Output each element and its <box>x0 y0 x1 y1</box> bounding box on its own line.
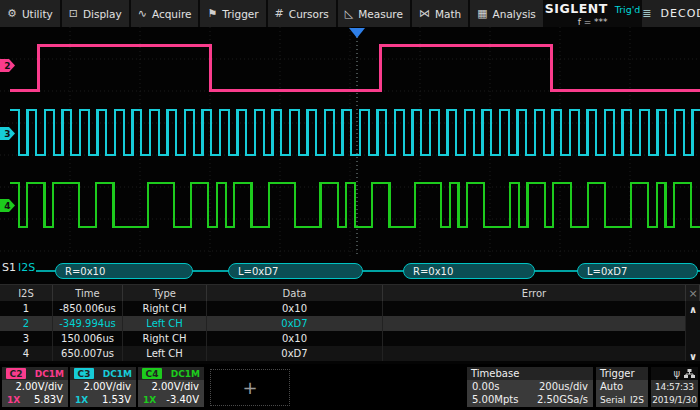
acquire-wave-icon: ∿ <box>138 8 147 19</box>
math-icon: ⋈ <box>419 8 430 19</box>
trigger-status-badge: Trig'd <box>615 4 641 15</box>
channel-coupling: DC1M <box>103 369 132 379</box>
c3-waveform <box>10 110 700 155</box>
menu-item-label: Utility <box>22 8 53 20</box>
decode-table: I2STimeTypeDataError1-850.006usRight CH0… <box>0 284 700 364</box>
menu-item-cursors[interactable]: #Cursors <box>268 0 336 27</box>
menu-item-acquire[interactable]: ∿Acquire <box>131 0 199 27</box>
clock-box: ψ 14:57:33 2019/1/30 <box>651 367 698 407</box>
system-time: 14:57:33 <box>651 380 698 393</box>
timebase-delay: 0.00s <box>472 381 499 392</box>
table-cell: 2 <box>0 316 53 331</box>
table-cell <box>383 346 686 361</box>
table-scroll-up-icon[interactable]: ∧ <box>686 302 700 316</box>
decode-bus-bubble: L=0xD7 <box>577 263 698 279</box>
channel-box-c3[interactable]: C3DC1M2.00V/div1X1.53V <box>70 367 136 407</box>
channel-badge-c2: C2 <box>6 368 26 379</box>
table-scroll-down-icon[interactable]: ∨ <box>686 349 700 363</box>
table-header-cell: I2S <box>0 285 53 301</box>
menu-item-utility[interactable]: ⚙Utility <box>0 0 60 27</box>
channel-probe: 1X <box>143 395 156 405</box>
menu-item-label: Cursors <box>289 8 329 20</box>
channel-coupling: DC1M <box>171 369 200 379</box>
menu-item-label: Trigger <box>222 8 258 20</box>
decode-bus-bubble: R=0x10 <box>403 263 535 279</box>
channel-badge-c3: C3 <box>74 368 94 379</box>
lan-icon <box>684 369 695 379</box>
measure-icon: ◺ <box>345 8 353 19</box>
timebase-memory-depth: 5.00Mpts <box>472 394 518 405</box>
menu-item-math[interactable]: ⋈Math <box>412 0 468 27</box>
gear-icon: ⚙ <box>7 8 17 19</box>
trigger-position-marker[interactable] <box>349 28 365 38</box>
trigger-type: Serial <box>600 395 625 405</box>
table-cell: Left CH <box>123 316 207 331</box>
table-cell: 4 <box>0 346 53 361</box>
brand-logo: SIGLENT <box>545 1 608 16</box>
usb-icon: ψ <box>673 369 680 379</box>
trigger-box[interactable]: Trigger Auto Serial I2S <box>596 367 648 407</box>
display-icon: ⊡ <box>69 8 78 19</box>
table-cell: 0xD7 <box>207 316 383 331</box>
table-cell: 0x10 <box>207 301 383 316</box>
table-cell: Right CH <box>123 331 207 346</box>
decode-menu-label: DECODE <box>661 7 700 20</box>
brand-block: SIGLENT Trig'd f = *** <box>545 0 641 27</box>
table-cell: -349.994us <box>53 316 123 331</box>
frequency-counter: f = *** <box>578 17 608 27</box>
table-header-cell: Error <box>383 285 686 301</box>
table-header-cell: Type <box>123 285 207 301</box>
table-cell: Left CH <box>123 346 207 361</box>
decode-bus-label[interactable]: S1I2S <box>2 261 35 274</box>
decode-table-row[interactable]: 2-349.994usLeft CH0xD7 <box>0 316 700 331</box>
channel-badge-c4: C4 <box>142 368 162 379</box>
channel-scale: 2.00V/div <box>151 381 199 392</box>
timebase-scale: 200us/div <box>539 381 588 392</box>
decode-table-row[interactable]: 3150.006usRight CH0x10 <box>0 331 700 346</box>
trigger-protocol: I2S <box>630 395 644 405</box>
table-cell <box>383 301 686 316</box>
decode-bus-bubble: L=0xD7 <box>228 263 363 279</box>
decode-bus-bubble: R=0x10 <box>55 263 193 279</box>
decode-source-label: S1 <box>2 261 16 274</box>
status-bar: C2DC1M2.00V/div1X5.83VC3DC1M2.00V/div1X1… <box>0 364 700 410</box>
cursors-icon: # <box>275 8 284 19</box>
decode-list-icon: ≣ <box>642 7 651 20</box>
menu-item-trigger[interactable]: ⚑Trigger <box>200 0 265 27</box>
menu-item-decode[interactable]: ≣ DECODE <box>642 0 700 27</box>
table-cell: 150.006us <box>53 331 123 346</box>
channel-coupling: DC1M <box>35 369 64 379</box>
add-channel-button[interactable]: + <box>210 369 290 406</box>
waveform-grid: 234R=0x10L=0xD7R=0x10L=0xD7 S1I2S <box>0 27 700 284</box>
channel-offset: -3.40V <box>166 394 199 405</box>
waveform-canvas <box>0 27 700 284</box>
menu-item-display[interactable]: ⊡Display <box>62 0 129 27</box>
timebase-box[interactable]: Timebase 0.00s 200us/div 5.00Mpts 2.50GS… <box>467 367 593 407</box>
c4-waveform <box>10 183 700 227</box>
table-cell: 3 <box>0 331 53 346</box>
menu-item-measure[interactable]: ◺Measure <box>338 0 410 27</box>
menu-item-label: Display <box>83 8 122 20</box>
channel-scale: 2.00V/div <box>15 381 63 392</box>
decode-table-body: I2STimeTypeDataError1-850.006usRight CH0… <box>0 285 700 361</box>
table-close-button[interactable]: × <box>686 285 700 301</box>
table-cell: 650.007us <box>53 346 123 361</box>
oscilloscope-screen: ⚙Utility⊡Display∿Acquire⚑Trigger#Cursors… <box>0 0 700 410</box>
table-cell: -850.006us <box>53 301 123 316</box>
table-cell: 0x10 <box>207 331 383 346</box>
table-cell <box>383 316 686 331</box>
menu-item-label: Measure <box>358 8 403 20</box>
channel-box-c4[interactable]: C4DC1M2.00V/div1X-3.40V <box>138 367 204 407</box>
c2-waveform <box>10 45 700 90</box>
decode-table-row[interactable]: 4650.007usLeft CH0xD7 <box>0 346 700 361</box>
decode-protocol-label: I2S <box>18 261 35 274</box>
system-date: 2019/1/30 <box>651 393 698 406</box>
channel-offset: 1.53V <box>102 394 131 405</box>
table-cell: Right CH <box>123 301 207 316</box>
channel-box-c2[interactable]: C2DC1M2.00V/div1X5.83V <box>2 367 68 407</box>
menu-item-label: Analysis <box>493 8 536 20</box>
timebase-sample-rate: 2.50GSa/s <box>537 394 588 405</box>
menu-item-analysis[interactable]: ▦Analysis <box>470 0 543 27</box>
table-header-cell: Data <box>207 285 383 301</box>
decode-table-row[interactable]: 1-850.006usRight CH0x10 <box>0 301 700 316</box>
